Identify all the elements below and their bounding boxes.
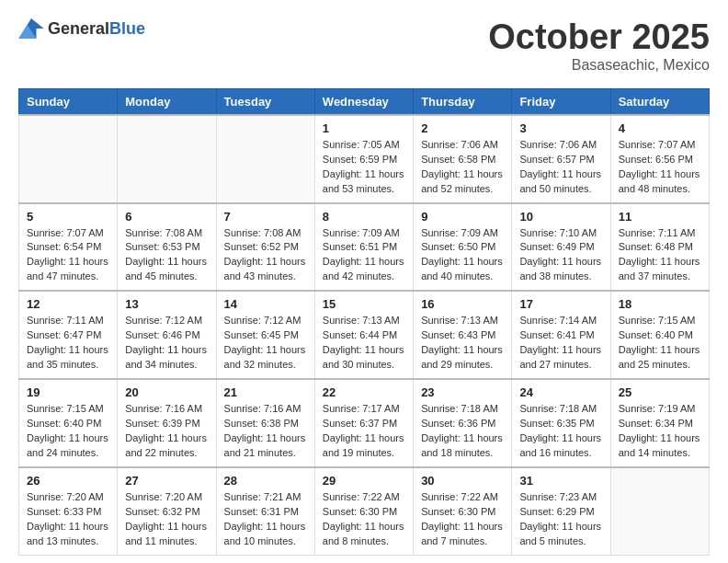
sunset-text: Sunset: 6:40 PM [619,329,693,340]
daylight-text: Daylight: 11 hours and 5 minutes. [519,521,601,546]
day-info: Sunrise: 7:09 AMSunset: 6:50 PMDaylight:… [421,226,504,285]
day-info: Sunrise: 7:20 AMSunset: 6:32 PMDaylight:… [125,490,208,549]
day-number: 11 [619,210,701,224]
sunset-text: Sunset: 6:30 PM [421,506,495,517]
day-info: Sunrise: 7:18 AMSunset: 6:35 PMDaylight:… [519,402,602,461]
daylight-text: Daylight: 11 hours and 47 minutes. [27,256,108,282]
sunrise-text: Sunrise: 7:16 AM [125,403,202,414]
sunrise-text: Sunrise: 7:05 AM [323,139,400,150]
week-row-2: 5Sunrise: 7:07 AMSunset: 6:54 PMDaylight… [19,203,710,292]
day-number: 25 [619,385,701,399]
sunrise-text: Sunrise: 7:11 AM [619,227,696,238]
day-info: Sunrise: 7:12 AMSunset: 6:46 PMDaylight:… [125,314,208,373]
sunset-text: Sunset: 6:47 PM [27,329,101,340]
sunset-text: Sunset: 6:35 PM [519,418,594,429]
sunset-text: Sunset: 6:41 PM [519,329,594,340]
day-info: Sunrise: 7:18 AMSunset: 6:36 PMDaylight:… [421,402,504,461]
day-number: 23 [421,385,504,399]
sunset-text: Sunset: 6:43 PM [421,329,495,340]
calendar-cell: 3Sunrise: 7:06 AMSunset: 6:57 PMDaylight… [512,115,610,203]
calendar-cell: 27Sunrise: 7:20 AMSunset: 6:32 PMDayligh… [118,467,216,555]
day-info: Sunrise: 7:22 AMSunset: 6:30 PMDaylight:… [421,490,504,549]
calendar-cell: 23Sunrise: 7:18 AMSunset: 6:36 PMDayligh… [414,379,512,467]
calendar-cell [216,115,314,203]
weekday-header-saturday: Saturday [610,88,709,115]
calendar-table: SundayMondayTuesdayWednesdayThursdayFrid… [18,88,710,556]
sunrise-text: Sunrise: 7:20 AM [27,491,104,502]
calendar-cell: 20Sunrise: 7:16 AMSunset: 6:39 PMDayligh… [118,379,216,467]
sunset-text: Sunset: 6:46 PM [125,329,199,340]
day-info: Sunrise: 7:15 AMSunset: 6:40 PMDaylight:… [27,402,109,461]
calendar-cell: 9Sunrise: 7:09 AMSunset: 6:50 PMDaylight… [414,203,512,292]
calendar-cell: 13Sunrise: 7:12 AMSunset: 6:46 PMDayligh… [118,291,216,379]
weekday-header-monday: Monday [118,88,216,115]
calendar-cell: 10Sunrise: 7:10 AMSunset: 6:49 PMDayligh… [512,203,610,292]
day-info: Sunrise: 7:07 AMSunset: 6:54 PMDaylight:… [27,226,109,285]
calendar-cell: 24Sunrise: 7:18 AMSunset: 6:35 PMDayligh… [512,379,610,467]
sunrise-text: Sunrise: 7:08 AM [125,227,202,238]
day-number: 6 [125,210,208,224]
daylight-text: Daylight: 11 hours and 45 minutes. [125,256,207,282]
calendar-cell: 14Sunrise: 7:12 AMSunset: 6:45 PMDayligh… [216,291,314,379]
day-number: 15 [323,297,405,311]
calendar-cell: 31Sunrise: 7:23 AMSunset: 6:29 PMDayligh… [512,467,610,555]
daylight-text: Daylight: 11 hours and 24 minutes. [27,432,108,458]
day-info: Sunrise: 7:22 AMSunset: 6:30 PMDaylight:… [323,490,405,549]
sunset-text: Sunset: 6:48 PM [619,241,693,252]
calendar-cell: 30Sunrise: 7:22 AMSunset: 6:30 PMDayligh… [414,467,512,555]
sunrise-text: Sunrise: 7:12 AM [125,315,202,326]
daylight-text: Daylight: 11 hours and 7 minutes. [421,521,503,546]
sunrise-text: Sunrise: 7:22 AM [323,491,400,502]
day-number: 20 [125,385,208,399]
calendar-cell: 18Sunrise: 7:15 AMSunset: 6:40 PMDayligh… [610,291,709,379]
day-number: 31 [519,474,602,488]
day-info: Sunrise: 7:10 AMSunset: 6:49 PMDaylight:… [519,226,602,285]
daylight-text: Daylight: 11 hours and 52 minutes. [421,168,503,194]
daylight-text: Daylight: 11 hours and 14 minutes. [619,432,700,458]
day-number: 16 [421,297,504,311]
day-number: 22 [323,385,405,399]
page-header: GeneralBlue October 2025 Basaseachic, Me… [18,18,710,74]
day-number: 8 [323,210,405,224]
sunset-text: Sunset: 6:59 PM [323,154,397,165]
weekday-header-thursday: Thursday [414,88,512,115]
daylight-text: Daylight: 11 hours and 22 minutes. [125,432,207,458]
calendar-cell: 19Sunrise: 7:15 AMSunset: 6:40 PMDayligh… [19,379,118,467]
week-row-5: 26Sunrise: 7:20 AMSunset: 6:33 PMDayligh… [19,467,710,555]
calendar-cell [610,467,709,555]
title-block: October 2025 Basaseachic, Mexico [488,18,710,74]
sunrise-text: Sunrise: 7:09 AM [323,227,400,238]
daylight-text: Daylight: 11 hours and 16 minutes. [519,432,601,458]
calendar-cell: 26Sunrise: 7:20 AMSunset: 6:33 PMDayligh… [19,467,118,555]
day-info: Sunrise: 7:05 AMSunset: 6:59 PMDaylight:… [323,138,405,197]
sunrise-text: Sunrise: 7:06 AM [421,139,498,150]
day-number: 5 [27,210,109,224]
day-info: Sunrise: 7:11 AMSunset: 6:47 PMDaylight:… [27,314,109,373]
day-info: Sunrise: 7:16 AMSunset: 6:38 PMDaylight:… [224,402,307,461]
day-number: 9 [421,210,504,224]
calendar-cell: 21Sunrise: 7:16 AMSunset: 6:38 PMDayligh… [216,379,314,467]
sunrise-text: Sunrise: 7:07 AM [619,139,696,150]
day-info: Sunrise: 7:12 AMSunset: 6:45 PMDaylight:… [224,314,307,373]
calendar-cell: 25Sunrise: 7:19 AMSunset: 6:34 PMDayligh… [610,379,709,467]
day-info: Sunrise: 7:20 AMSunset: 6:33 PMDaylight:… [27,490,109,549]
calendar-cell: 2Sunrise: 7:06 AMSunset: 6:58 PMDaylight… [414,115,512,203]
sunrise-text: Sunrise: 7:18 AM [519,403,597,414]
sunrise-text: Sunrise: 7:07 AM [27,227,104,238]
calendar-cell: 11Sunrise: 7:11 AMSunset: 6:48 PMDayligh… [610,203,709,292]
sunset-text: Sunset: 6:49 PM [519,241,594,252]
day-number: 4 [619,121,701,135]
sunrise-text: Sunrise: 7:15 AM [27,403,104,414]
sunrise-text: Sunrise: 7:17 AM [323,403,400,414]
daylight-text: Daylight: 11 hours and 43 minutes. [224,256,306,282]
day-info: Sunrise: 7:06 AMSunset: 6:57 PMDaylight:… [519,138,602,197]
sunset-text: Sunset: 6:58 PM [421,154,495,165]
day-number: 21 [224,385,307,399]
sunset-text: Sunset: 6:39 PM [125,418,199,429]
daylight-text: Daylight: 11 hours and 53 minutes. [323,168,404,194]
day-info: Sunrise: 7:16 AMSunset: 6:39 PMDaylight:… [125,402,208,461]
daylight-text: Daylight: 11 hours and 34 minutes. [125,344,207,370]
sunset-text: Sunset: 6:38 PM [224,418,299,429]
calendar-cell: 6Sunrise: 7:08 AMSunset: 6:53 PMDaylight… [118,203,216,292]
day-info: Sunrise: 7:08 AMSunset: 6:53 PMDaylight:… [125,226,208,285]
